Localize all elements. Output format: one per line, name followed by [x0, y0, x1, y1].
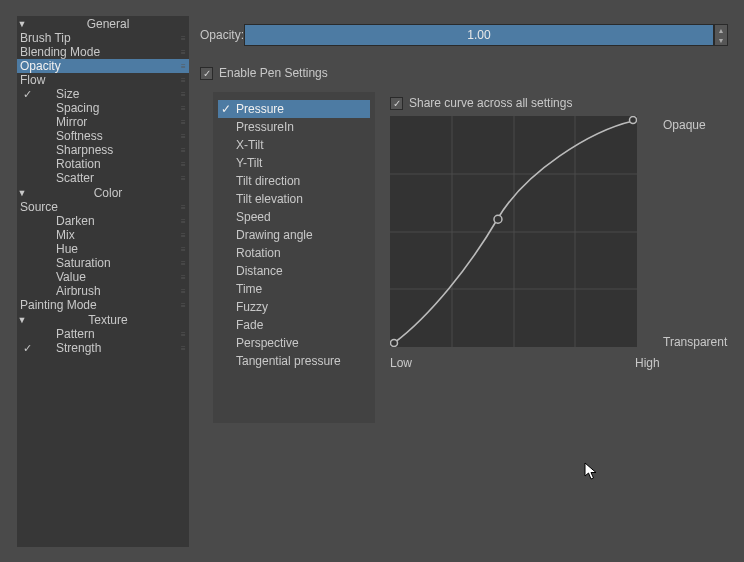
item-label: Blending Mode: [19, 45, 181, 59]
sensor-list: ✓PressurePressureInX-TiltY-TiltTilt dire…: [218, 100, 370, 370]
axis-label-opaque: Opaque: [663, 118, 706, 132]
sidebar-item[interactable]: Flow≡: [17, 73, 189, 87]
drag-handle-icon[interactable]: ≡: [181, 34, 189, 43]
sidebar-item[interactable]: Painting Mode≡: [17, 298, 189, 312]
sensor-checkbox[interactable]: ✓: [218, 102, 234, 116]
drag-handle-icon[interactable]: ≡: [181, 90, 189, 99]
sidebar-item[interactable]: Source≡: [17, 200, 189, 214]
check-icon: ✓: [23, 88, 32, 101]
drag-handle-icon[interactable]: ≡: [181, 174, 189, 183]
drag-handle-icon[interactable]: ≡: [181, 104, 189, 113]
group-header[interactable]: ▼Color: [17, 185, 189, 200]
drag-handle-icon[interactable]: ≡: [181, 287, 189, 296]
sensor-item[interactable]: Fuzzy: [218, 298, 370, 316]
sidebar-item[interactable]: Hue≡: [17, 242, 189, 256]
sensor-item[interactable]: Drawing angle: [218, 226, 370, 244]
sidebar-item[interactable]: ✓Size≡: [17, 87, 189, 101]
drag-handle-icon[interactable]: ≡: [181, 132, 189, 141]
item-checkbox[interactable]: ✓: [19, 88, 35, 101]
group-header[interactable]: ▼Texture: [17, 312, 189, 327]
share-curve-row[interactable]: ✓ Share curve across all settings: [390, 96, 572, 110]
stepper-up-icon[interactable]: ▲: [715, 25, 727, 35]
sidebar-item[interactable]: Sharpness≡: [17, 143, 189, 157]
item-label: Scatter: [55, 171, 181, 185]
curve-point-end[interactable]: [630, 117, 637, 124]
sidebar-item[interactable]: Darken≡: [17, 214, 189, 228]
drag-handle-icon[interactable]: ≡: [181, 160, 189, 169]
sidebar-item[interactable]: Value≡: [17, 270, 189, 284]
drag-handle-icon[interactable]: ≡: [181, 344, 189, 353]
opacity-row: Opacity: 1.00 ▲ ▼: [200, 24, 728, 46]
item-label: Strength: [55, 341, 181, 355]
drag-handle-icon[interactable]: ≡: [181, 203, 189, 212]
sensor-item[interactable]: ✓Pressure: [218, 100, 370, 118]
sidebar-item[interactable]: Spacing≡: [17, 101, 189, 115]
sensor-label: Pressure: [234, 102, 284, 116]
sensor-label: Time: [234, 282, 262, 296]
sensor-item[interactable]: X-Tilt: [218, 136, 370, 154]
collapse-icon[interactable]: ▼: [17, 315, 27, 325]
content-area: Opacity: 1.00 ▲ ▼ ✓ Enable Pen Settings: [200, 24, 728, 80]
stepper-down-icon[interactable]: ▼: [715, 35, 727, 45]
group-title: Texture: [27, 313, 189, 327]
item-label: Darken: [55, 214, 181, 228]
item-label: Airbrush: [55, 284, 181, 298]
item-checkbox[interactable]: ✓: [19, 342, 35, 355]
drag-handle-icon[interactable]: ≡: [181, 259, 189, 268]
sensor-item[interactable]: Rotation: [218, 244, 370, 262]
item-label: Painting Mode: [19, 298, 181, 312]
sidebar-item[interactable]: Softness≡: [17, 129, 189, 143]
opacity-label: Opacity:: [200, 28, 244, 42]
curve-editor[interactable]: [390, 116, 637, 347]
sensor-label: PressureIn: [234, 120, 294, 134]
drag-handle-icon[interactable]: ≡: [181, 146, 189, 155]
drag-handle-icon[interactable]: ≡: [181, 118, 189, 127]
axis-label-high: High: [635, 356, 660, 370]
collapse-icon[interactable]: ▼: [17, 19, 27, 29]
sidebar-item[interactable]: Blending Mode≡: [17, 45, 189, 59]
sidebar-item[interactable]: ✓Strength≡: [17, 341, 189, 355]
sidebar-item[interactable]: Rotation≡: [17, 157, 189, 171]
curve-point-mid[interactable]: [494, 215, 502, 223]
item-label: Spacing: [55, 101, 181, 115]
sensor-item[interactable]: Perspective: [218, 334, 370, 352]
sidebar-item[interactable]: Airbrush≡: [17, 284, 189, 298]
drag-handle-icon[interactable]: ≡: [181, 330, 189, 339]
sensor-item[interactable]: Tangential pressure: [218, 352, 370, 370]
drag-handle-icon[interactable]: ≡: [181, 301, 189, 310]
enable-pen-checkbox[interactable]: ✓: [200, 67, 213, 80]
drag-handle-icon[interactable]: ≡: [181, 48, 189, 57]
sensor-item[interactable]: Y-Tilt: [218, 154, 370, 172]
sensor-item[interactable]: Tilt elevation: [218, 190, 370, 208]
sensor-item[interactable]: Speed: [218, 208, 370, 226]
sensor-item[interactable]: Tilt direction: [218, 172, 370, 190]
drag-handle-icon[interactable]: ≡: [181, 62, 189, 71]
opacity-spinbox[interactable]: 1.00: [244, 24, 714, 46]
group-header[interactable]: ▼General: [17, 16, 189, 31]
sensor-item[interactable]: PressureIn: [218, 118, 370, 136]
drag-handle-icon[interactable]: ≡: [181, 273, 189, 282]
sensor-label: Y-Tilt: [234, 156, 262, 170]
drag-handle-icon[interactable]: ≡: [181, 217, 189, 226]
sidebar-item[interactable]: Saturation≡: [17, 256, 189, 270]
sidebar-item[interactable]: Mirror≡: [17, 115, 189, 129]
drag-handle-icon[interactable]: ≡: [181, 76, 189, 85]
sidebar-item[interactable]: Brush Tip≡: [17, 31, 189, 45]
drag-handle-icon[interactable]: ≡: [181, 231, 189, 240]
item-label: Softness: [55, 129, 181, 143]
curve-point-start[interactable]: [391, 340, 398, 347]
drag-handle-icon[interactable]: ≡: [181, 245, 189, 254]
sidebar-item[interactable]: Scatter≡: [17, 171, 189, 185]
sidebar-item[interactable]: Pattern≡: [17, 327, 189, 341]
sensor-item[interactable]: Fade: [218, 316, 370, 334]
opacity-stepper[interactable]: ▲ ▼: [714, 24, 728, 46]
collapse-icon[interactable]: ▼: [17, 188, 27, 198]
sensor-item[interactable]: Time: [218, 280, 370, 298]
sidebar-item[interactable]: Opacity≡: [17, 59, 189, 73]
sensor-label: Distance: [234, 264, 283, 278]
sensor-item[interactable]: Distance: [218, 262, 370, 280]
enable-pen-row[interactable]: ✓ Enable Pen Settings: [200, 66, 728, 80]
sensor-label: Tangential pressure: [234, 354, 341, 368]
sidebar-item[interactable]: Mix≡: [17, 228, 189, 242]
share-curve-checkbox[interactable]: ✓: [390, 97, 403, 110]
